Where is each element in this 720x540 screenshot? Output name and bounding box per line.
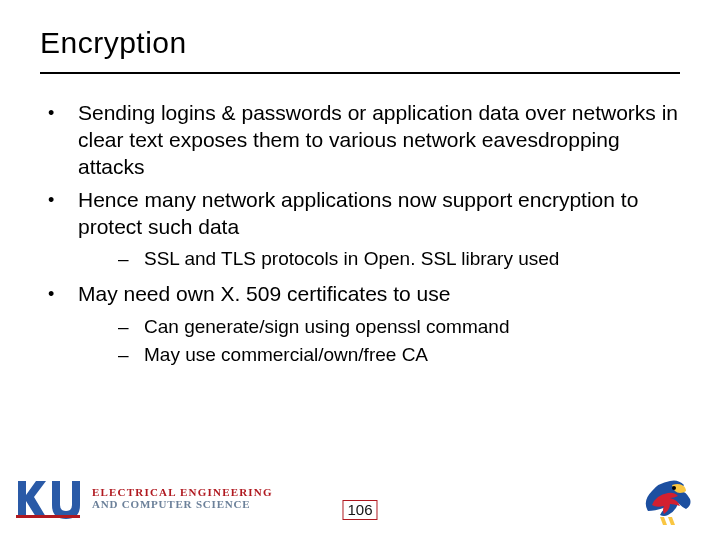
sub-list: Can generate/sign using openssl command … — [78, 314, 680, 369]
ku-logo-block: ELECTRICAL ENGINEERING AND COMPUTER SCIE… — [14, 477, 273, 521]
dept-name-line2: AND COMPUTER SCIENCE — [92, 499, 273, 511]
bullet-item: May need own X. 509 certificates to use … — [40, 281, 680, 369]
jayhawk-mascot-icon — [638, 471, 698, 527]
bullet-list: Sending logins & passwords or applicatio… — [40, 100, 680, 369]
bullet-text: Hence many network applications now supp… — [78, 188, 638, 238]
sub-item: May use commercial/own/free CA — [78, 342, 680, 369]
page-number: 106 — [342, 500, 377, 520]
slide: Encryption Sending logins & passwords or… — [0, 0, 720, 540]
bullet-item: Hence many network applications now supp… — [40, 187, 680, 273]
svg-rect-0 — [16, 515, 80, 518]
bullet-text: May need own X. 509 certificates to use — [78, 282, 450, 305]
slide-title: Encryption — [0, 0, 720, 68]
bullet-item: Sending logins & passwords or applicatio… — [40, 100, 680, 181]
slide-content: Sending logins & passwords or applicatio… — [0, 74, 720, 369]
bullet-text: Sending logins & passwords or applicatio… — [78, 101, 678, 178]
sub-item: Can generate/sign using openssl command — [78, 314, 680, 341]
sub-item: SSL and TLS protocols in Open. SSL libra… — [78, 246, 680, 273]
svg-point-1 — [672, 486, 676, 490]
ku-monogram-icon — [14, 477, 82, 521]
ku-dept-text: ELECTRICAL ENGINEERING AND COMPUTER SCIE… — [92, 487, 273, 510]
footer: ELECTRICAL ENGINEERING AND COMPUTER SCIE… — [0, 466, 720, 540]
sub-list: SSL and TLS protocols in Open. SSL libra… — [78, 246, 680, 273]
